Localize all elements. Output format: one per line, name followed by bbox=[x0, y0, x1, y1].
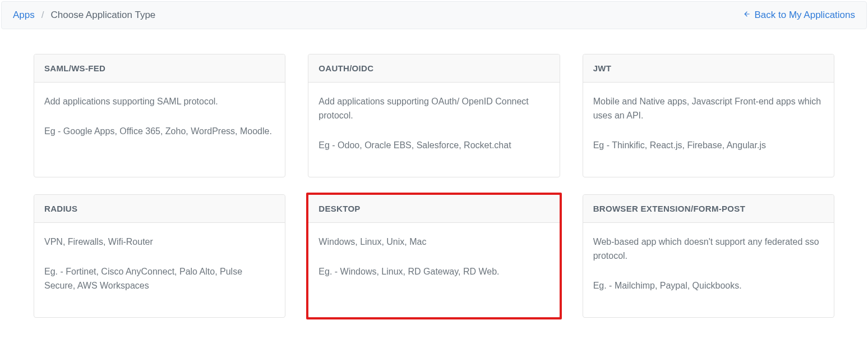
back-link-label: Back to My Applications bbox=[754, 10, 855, 21]
card-title: BROWSER EXTENSION/FORM-POST bbox=[583, 195, 834, 223]
card-radius[interactable]: RADIUS VPN, Firewalls, Wifi-Router Eg. -… bbox=[34, 194, 285, 318]
card-body: Mobile and Native apps, Javascript Front… bbox=[583, 83, 834, 163]
topbar: Apps / Choose Application Type Back to M… bbox=[1, 1, 867, 29]
card-description: Add applications supporting OAuth/ OpenI… bbox=[318, 95, 549, 123]
card-jwt[interactable]: JWT Mobile and Native apps, Javascript F… bbox=[583, 54, 834, 177]
card-title: DESKTOP bbox=[308, 195, 559, 223]
card-oauth-oidc[interactable]: OAUTH/OIDC Add applications supporting O… bbox=[308, 54, 560, 177]
card-desktop[interactable]: DESKTOP Windows, Linux, Unix, Mac Eg. - … bbox=[308, 194, 560, 318]
card-example: Eg. - Windows, Linux, RD Gateway, RD Web… bbox=[318, 265, 549, 279]
card-title: JWT bbox=[583, 54, 834, 83]
card-body: Web-based app which doesn't support any … bbox=[583, 223, 834, 304]
card-description: Add applications supporting SAML protoco… bbox=[44, 95, 275, 109]
content-area: SAML/WS-FED Add applications supporting … bbox=[0, 29, 868, 323]
app-type-grid: SAML/WS-FED Add applications supporting … bbox=[34, 54, 834, 318]
card-description: VPN, Firewalls, Wifi-Router bbox=[44, 235, 275, 249]
card-example: Eg - Thinkific, React.js, Firebase, Angu… bbox=[593, 139, 824, 153]
card-description: Mobile and Native apps, Javascript Front… bbox=[593, 95, 824, 123]
card-title: SAML/WS-FED bbox=[34, 54, 285, 83]
card-title: RADIUS bbox=[34, 195, 285, 223]
card-body: Windows, Linux, Unix, Mac Eg. - Windows,… bbox=[308, 223, 559, 290]
back-to-applications-link[interactable]: Back to My Applications bbox=[743, 10, 855, 21]
card-example: Eg. - Fortinet, Cisco AnyConnect, Palo A… bbox=[44, 265, 275, 293]
card-example: Eg. - Mailchimp, Paypal, Quickbooks. bbox=[593, 279, 824, 293]
breadcrumb: Apps / Choose Application Type bbox=[13, 10, 155, 21]
card-description: Windows, Linux, Unix, Mac bbox=[318, 235, 549, 249]
arrow-left-icon bbox=[743, 10, 751, 21]
card-example: Eg - Odoo, Oracle EBS, Salesforce, Rocke… bbox=[318, 139, 549, 153]
card-description: Web-based app which doesn't support any … bbox=[593, 235, 824, 263]
breadcrumb-separator: / bbox=[41, 10, 44, 21]
breadcrumb-current: Choose Application Type bbox=[50, 10, 155, 21]
card-body: VPN, Firewalls, Wifi-Router Eg. - Fortin… bbox=[34, 223, 285, 304]
card-body: Add applications supporting SAML protoco… bbox=[34, 83, 285, 150]
card-saml-ws-fed[interactable]: SAML/WS-FED Add applications supporting … bbox=[34, 54, 285, 177]
card-browser-extension[interactable]: BROWSER EXTENSION/FORM-POST Web-based ap… bbox=[583, 194, 834, 318]
card-title: OAUTH/OIDC bbox=[308, 54, 559, 83]
card-example: Eg - Google Apps, Office 365, Zoho, Word… bbox=[44, 125, 275, 139]
card-body: Add applications supporting OAuth/ OpenI… bbox=[308, 83, 559, 163]
breadcrumb-root[interactable]: Apps bbox=[13, 10, 35, 21]
